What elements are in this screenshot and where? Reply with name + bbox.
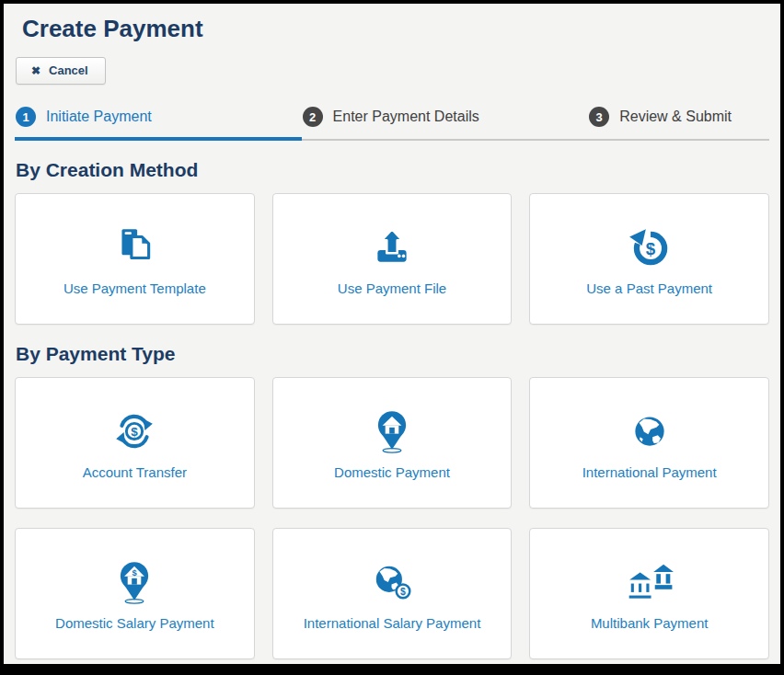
svg-text:$: $ (400, 587, 406, 597)
svg-text:$: $ (133, 567, 138, 577)
card-use-payment-template[interactable]: Use Payment Template (15, 193, 255, 325)
card-use-a-past-payment[interactable]: $ Use a Past Payment (529, 193, 769, 325)
globe-dollar-icon: $ (369, 557, 415, 605)
card-label: Account Transfer (83, 464, 187, 480)
step-label: Review & Submit (619, 109, 732, 125)
cancel-button-label: Cancel (49, 63, 88, 77)
creation-method-card-grid: Use Payment Template Use Payment File $ (15, 193, 769, 325)
tab-review-submit[interactable]: 3 Review & Submit (588, 107, 769, 141)
card-label: Use a Past Payment (586, 280, 712, 296)
svg-text:$: $ (645, 238, 655, 257)
step-label: Initiate Payment (46, 109, 152, 125)
card-label: Domestic Payment (334, 464, 450, 480)
card-account-transfer[interactable]: $ Account Transfer (15, 377, 255, 509)
bank-buildings-icon (625, 557, 674, 605)
globe-icon (627, 406, 673, 454)
card-label: Use Payment File (338, 280, 446, 296)
home-dollar-pin-icon: $ (111, 557, 157, 605)
transfer-cycle-icon: $ (111, 406, 157, 454)
section-heading-creation-method: By Creation Method (16, 159, 780, 181)
tab-enter-payment-details[interactable]: 2 Enter Payment Details (302, 107, 589, 141)
step-number-badge: 3 (589, 107, 609, 127)
home-pin-icon (369, 406, 415, 454)
card-domestic-payment[interactable]: Domestic Payment (272, 377, 513, 509)
cancel-button[interactable]: ✖ Cancel (16, 57, 106, 85)
card-international-salary-payment[interactable]: $ International Salary Payment (272, 528, 513, 659)
card-label: Use Payment Template (63, 280, 206, 296)
step-number-badge: 1 (16, 107, 36, 127)
file-upload-icon (369, 223, 415, 270)
payment-wizard-stepper: 1 Initiate Payment 2 Enter Payment Detai… (15, 107, 769, 141)
step-label: Enter Payment Details (333, 109, 479, 125)
card-label: Domestic Salary Payment (55, 615, 214, 631)
payment-template-icon (111, 223, 157, 270)
create-payment-page: Create Payment ✖ Cancel 1 Initiate Payme… (4, 4, 780, 664)
card-international-payment[interactable]: International Payment (529, 377, 769, 509)
card-multibank-payment[interactable]: Multibank Payment (529, 528, 769, 659)
step-number-badge: 2 (303, 107, 323, 127)
card-label: Multibank Payment (591, 615, 709, 631)
card-label: International Payment (582, 464, 717, 480)
page-title: Create Payment (22, 15, 780, 43)
section-heading-payment-type: By Payment Type (16, 343, 780, 365)
card-use-payment-file[interactable]: Use Payment File (272, 193, 513, 325)
past-payment-history-icon: $ (627, 223, 673, 270)
close-x-icon: ✖ (31, 64, 40, 77)
svg-text:$: $ (132, 425, 139, 439)
card-domestic-salary-payment[interactable]: $ Domestic Salary Payment (15, 528, 255, 659)
tab-initiate-payment[interactable]: 1 Initiate Payment (15, 107, 302, 141)
payment-type-card-grid: $ Account Transfer (15, 377, 769, 659)
card-label: International Salary Payment (304, 615, 481, 631)
